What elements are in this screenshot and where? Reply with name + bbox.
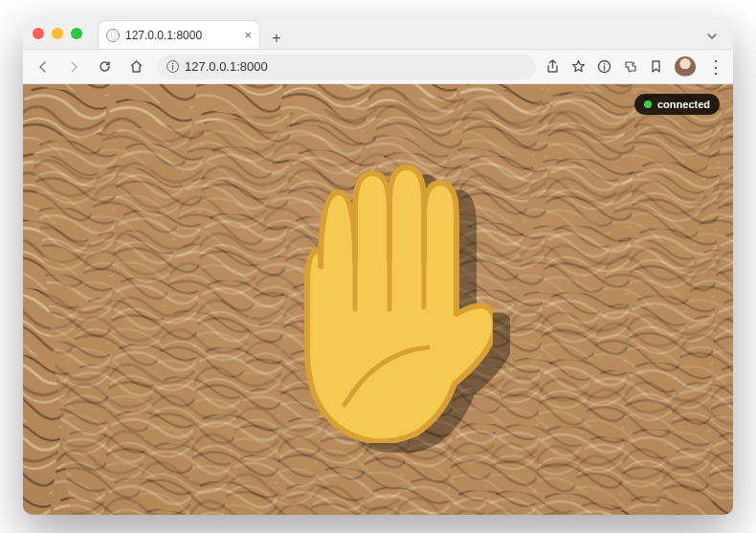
- reload-button[interactable]: [94, 57, 116, 76]
- tab-title: 127.0.0.1:8000: [125, 29, 202, 42]
- share-icon[interactable]: [545, 59, 560, 74]
- globe-icon: [106, 29, 120, 42]
- browser-window: 127.0.0.1:8000 × + i 127.0.0.1:8000: [23, 17, 733, 515]
- status-dot-icon: [644, 100, 652, 108]
- menu-icon[interactable]: ⋮: [707, 56, 723, 78]
- maximize-window-button[interactable]: [71, 28, 82, 39]
- toolbar-right: ⋮: [545, 56, 723, 78]
- new-tab-button[interactable]: +: [266, 28, 287, 49]
- star-icon[interactable]: [571, 59, 586, 74]
- window-controls: [33, 28, 82, 39]
- info-icon[interactable]: i: [167, 60, 179, 73]
- close-window-button[interactable]: [33, 28, 44, 39]
- titlebar: 127.0.0.1:8000 × +: [23, 17, 733, 50]
- info-circle-icon[interactable]: [597, 59, 611, 74]
- close-tab-icon[interactable]: ×: [244, 28, 252, 42]
- toolbar: i 127.0.0.1:8000 ⋮: [23, 50, 733, 84]
- home-button[interactable]: [125, 57, 147, 76]
- tab-strip: 127.0.0.1:8000 × +: [98, 17, 723, 49]
- connection-status-badge: connected: [634, 94, 720, 115]
- status-label: connected: [657, 99, 710, 110]
- address-text: 127.0.0.1:8000: [185, 59, 268, 74]
- extensions-icon[interactable]: [623, 59, 637, 74]
- minimize-window-button[interactable]: [52, 28, 63, 39]
- browser-tab[interactable]: 127.0.0.1:8000 ×: [98, 20, 260, 49]
- svg-point-1: [604, 63, 606, 65]
- raised-hand-icon: [263, 156, 493, 443]
- address-bar[interactable]: i 127.0.0.1:8000: [157, 55, 536, 79]
- back-button[interactable]: [33, 58, 54, 76]
- forward-button[interactable]: [63, 58, 84, 76]
- profile-avatar[interactable]: [675, 56, 696, 78]
- bookmark-icon[interactable]: [649, 59, 663, 74]
- tab-overflow-icon[interactable]: [700, 27, 723, 49]
- page-viewport: connected: [23, 84, 733, 515]
